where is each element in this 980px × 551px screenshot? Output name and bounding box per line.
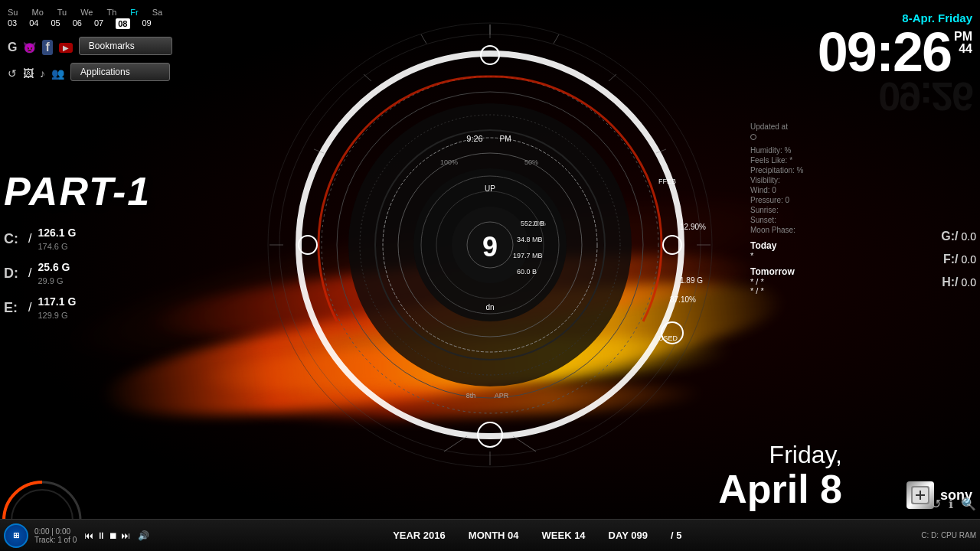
cal-04: 04 bbox=[29, 18, 38, 29]
gauge-pct-1290: 12.90% bbox=[680, 223, 706, 231]
facebook-icon[interactable]: f bbox=[42, 40, 52, 55]
big-date-day: 8 bbox=[820, 467, 842, 511]
drive-e: E: / 117.1 G 129.9 G bbox=[0, 295, 76, 321]
svg-line-36 bbox=[609, 74, 616, 81]
sony-logo bbox=[906, 481, 934, 509]
cal-th: Th bbox=[107, 8, 117, 17]
weather-tomorrow-val1: * / * bbox=[750, 277, 873, 286]
track-time: 0:00 | 0:00 bbox=[34, 527, 77, 536]
cal-08-today: 08 bbox=[116, 18, 129, 29]
gauge-data-3: 197.7 MB bbox=[513, 252, 543, 259]
gauge-bottom-apr: APR bbox=[495, 392, 509, 399]
drive-c-free: 126.1 G bbox=[38, 226, 76, 241]
calendar-header: Su Mo Tu We Th Fr Sa bbox=[8, 8, 172, 17]
track-label: Track: 1 of 0 bbox=[34, 536, 77, 544]
slash5-label: / 5 bbox=[671, 530, 681, 541]
search-tray-icon[interactable]: 🔍 bbox=[961, 497, 976, 511]
drive-c-total: 174.6 G bbox=[38, 241, 76, 253]
big-date-md: April 8 bbox=[718, 469, 842, 509]
gauge-used-label: USED bbox=[658, 334, 678, 342]
weather-pressure-label: Pressure: 0 bbox=[750, 196, 789, 204]
svg-line-37 bbox=[364, 74, 371, 81]
month-label: MONTH 04 bbox=[469, 530, 519, 541]
bottom-drives-label: C: D: CPU RAM bbox=[921, 531, 976, 540]
weather-today-val: * bbox=[750, 251, 873, 260]
google-icon[interactable]: G bbox=[8, 41, 17, 54]
drive-e-sizes: 117.1 G 129.9 G bbox=[38, 295, 76, 321]
weather-sunset-label: Sunset: bbox=[750, 216, 776, 224]
sony-logo-svg bbox=[910, 484, 931, 506]
image-icon[interactable]: 🖼 bbox=[23, 67, 34, 80]
bottom-bar: ⊞ 0:00 | 0:00 Track: 1 of 0 ⏮ ⏸ ⏹ ⏭ 🔊 YE… bbox=[0, 519, 980, 551]
media-stop[interactable]: ⏹ bbox=[109, 530, 118, 541]
drive-g-val: 0.0 bbox=[962, 230, 976, 243]
clock-ampm: PM bbox=[954, 31, 972, 43]
gauge-dn-label: dn bbox=[485, 303, 494, 311]
main-gauge-container: 9 9:26 PM UP dn 100% 50% 20% 552.0 B 34.… bbox=[253, 0, 727, 505]
drive-c: C: / 126.1 G 174.6 G bbox=[0, 226, 76, 253]
bookmarks-button[interactable]: Bookmarks bbox=[79, 37, 172, 55]
cal-mo: Mo bbox=[31, 8, 43, 17]
weather-sunrise: Sunrise: bbox=[750, 206, 873, 214]
media-prev[interactable]: ⏮ bbox=[84, 530, 93, 541]
drive-g-letter: G:/ bbox=[941, 230, 958, 243]
windows-icon: ⊞ bbox=[13, 531, 19, 540]
cal-06: 06 bbox=[73, 18, 82, 29]
drives-panel: C: / 126.1 G 174.6 G D: / 25.6 G 29.9 G … bbox=[0, 226, 76, 329]
cal-tu: Tu bbox=[57, 8, 67, 17]
weather-visibility: Visibility: bbox=[750, 176, 873, 184]
clock-seconds: 44 bbox=[954, 43, 972, 55]
cal-we: We bbox=[80, 8, 93, 17]
weather-visibility-label: Visibility: bbox=[750, 176, 780, 184]
weather-precip-label: Precipitation: % bbox=[750, 166, 803, 174]
start-button[interactable]: ⊞ bbox=[4, 523, 28, 548]
cal-su: Su bbox=[8, 8, 18, 17]
calendar: Su Mo Tu We Th Fr Sa 03 04 05 06 07 08 0… bbox=[4, 8, 172, 29]
devil-icon[interactable]: 👿 bbox=[23, 41, 36, 54]
people-icon[interactable]: 👥 bbox=[51, 67, 64, 80]
drive-h: H:/ 0.0 bbox=[941, 276, 980, 289]
part-label: PART-1 bbox=[4, 168, 151, 214]
svg-line-35 bbox=[421, 34, 426, 44]
weather-today: Today * bbox=[750, 240, 873, 260]
drive-g: G:/ 0.0 bbox=[941, 230, 980, 243]
refresh-tray-icon[interactable]: ↺ bbox=[931, 497, 941, 511]
media-play[interactable]: ⏸ bbox=[96, 530, 106, 541]
drive-f-letter: F:/ bbox=[943, 253, 959, 266]
refresh-icon[interactable]: ↺ bbox=[8, 67, 17, 80]
weather-precip: Precipitation: % bbox=[750, 166, 873, 174]
gauge-tick-100: 100% bbox=[440, 158, 458, 166]
media-next[interactable]: ⏭ bbox=[121, 530, 130, 541]
right-drives-panel: G:/ 0.0 F:/ 0.0 H:/ 0.0 bbox=[941, 230, 980, 298]
gauge-pct-8710: 87.10% bbox=[670, 295, 696, 304]
music-icon[interactable]: ♪ bbox=[40, 67, 45, 80]
drive-f: F:/ 0.0 bbox=[941, 253, 980, 266]
weather-moon: Moon Phase: bbox=[750, 226, 873, 234]
drive-d-total: 29.9 G bbox=[38, 276, 70, 287]
drive-d-sizes: 25.6 G 29.9 G bbox=[38, 260, 70, 287]
svg-line-32 bbox=[513, 436, 536, 452]
applications-button[interactable]: Applications bbox=[70, 63, 170, 81]
drive-e-free: 117.1 G bbox=[38, 295, 76, 310]
weather-panel: Updated at Humidity: % Feels Like: * Pre… bbox=[750, 122, 873, 295]
tray-icons: ↺ ℹ 🔍 bbox=[931, 497, 976, 511]
info-tray-icon[interactable]: ℹ bbox=[949, 497, 953, 511]
icon-row-2: ↺ 🖼 ♪ 👥 Applications bbox=[4, 63, 172, 84]
clock-reflection: 09:26 bbox=[818, 80, 972, 112]
weather-wind: Wind: 0 bbox=[750, 186, 873, 194]
calendar-dates: 03 04 05 06 07 08 09 bbox=[8, 18, 172, 29]
weather-sunrise-label: Sunrise: bbox=[750, 206, 779, 214]
gauge-bottom-8th: 8th bbox=[466, 392, 476, 399]
gauge-data-1: 552.0 B bbox=[521, 220, 544, 227]
drive-f-val: 0.0 bbox=[962, 253, 976, 266]
volume-icon[interactable]: 🔊 bbox=[138, 530, 149, 541]
weather-wind-label: Wind: 0 bbox=[750, 186, 776, 194]
cal-fr: Fr bbox=[130, 8, 138, 17]
drive-c-sizes: 126.1 G 174.6 G bbox=[38, 226, 76, 253]
weather-humidity-label: Humidity: % bbox=[750, 146, 791, 155]
weather-dot bbox=[750, 134, 756, 140]
youtube-icon[interactable]: ▶ bbox=[59, 43, 73, 53]
main-gauge-svg: 9 9:26 PM UP dn 100% 50% 20% 552.0 B 34.… bbox=[253, 0, 727, 505]
weather-feels: Feels Like: * bbox=[750, 156, 873, 165]
weather-tomorrow-val2: * / * bbox=[750, 286, 873, 295]
